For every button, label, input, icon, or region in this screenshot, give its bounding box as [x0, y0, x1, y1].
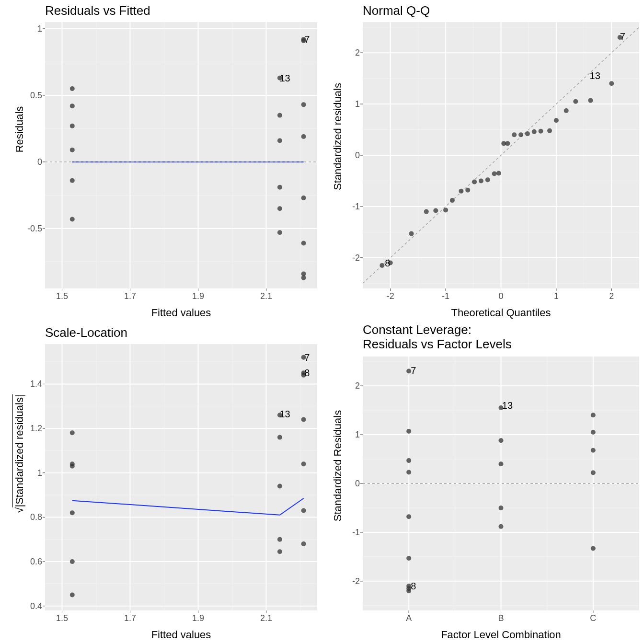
svg-point-92 [573, 99, 578, 104]
svg-point-89 [547, 128, 552, 133]
svg-point-26 [277, 185, 282, 190]
svg-point-73 [443, 207, 448, 212]
y-tick-label: 0 [25, 157, 42, 167]
y-axis-label: Standardized Residuals [332, 380, 344, 552]
svg-point-136 [277, 549, 282, 554]
panel-constant-leverage: Constant Leverage: Residuals vs Factor L… [322, 322, 644, 644]
svg-point-140 [301, 417, 306, 422]
svg-point-178 [406, 556, 411, 561]
svg-point-175 [406, 458, 411, 463]
chart-title: Residuals vs Fitted [45, 4, 150, 18]
svg-point-190 [591, 448, 596, 453]
x-axis-label: Theoretical Quantiles [363, 307, 639, 319]
svg-point-141 [301, 461, 306, 466]
y-tick-label: 0.5 [25, 90, 42, 100]
svg-point-21 [70, 178, 75, 183]
x-tick-label: 1 [554, 291, 559, 301]
y-tick-label: 0 [343, 150, 360, 161]
x-tick-label: 1.9 [192, 613, 204, 623]
svg-point-76 [465, 188, 470, 193]
svg-point-93 [588, 98, 593, 103]
svg-point-18 [70, 104, 75, 108]
svg-point-133 [277, 435, 282, 440]
svg-point-85 [518, 132, 523, 137]
svg-point-28 [277, 230, 282, 235]
svg-point-25 [277, 138, 282, 143]
x-tick-label: 1.5 [56, 291, 68, 301]
svg-point-128 [70, 464, 75, 469]
svg-point-20 [70, 148, 75, 152]
point-annotation: 7 [620, 31, 625, 42]
svg-point-31 [301, 102, 306, 107]
panel-normal-qq: Normal Q-Q-2-1012-2-1012Theoretical Quan… [322, 0, 644, 322]
y-tick-label: 0 [343, 479, 360, 489]
y-tick-label: 1.4 [25, 379, 42, 389]
plot-svg [45, 344, 317, 610]
svg-point-94 [609, 81, 614, 86]
panel-scale-location: Scale-Location1.51.71.92.10.40.60.811.21… [0, 322, 322, 644]
point-annotation: 13 [590, 70, 600, 81]
point-annotation: 8 [411, 581, 416, 592]
svg-point-177 [406, 514, 411, 519]
svg-point-74 [450, 198, 455, 203]
x-tick-label: B [498, 613, 504, 623]
svg-point-72 [433, 208, 438, 213]
svg-point-86 [525, 131, 530, 136]
svg-point-78 [479, 178, 483, 183]
svg-point-27 [277, 206, 282, 211]
y-axis-label: Residuals [13, 58, 26, 201]
svg-point-188 [591, 413, 596, 417]
x-tick-label: 1.9 [192, 291, 204, 301]
plot-area [45, 22, 317, 288]
svg-point-22 [70, 217, 75, 221]
svg-point-187 [591, 546, 596, 551]
y-tick-label: -0.5 [25, 223, 42, 233]
point-annotation: 7 [304, 352, 310, 363]
plot-area [363, 356, 639, 610]
svg-point-87 [532, 129, 537, 134]
plot-area [45, 344, 317, 610]
svg-point-68 [380, 263, 384, 268]
x-tick-label: 2 [609, 291, 614, 301]
x-tick-label: 2.1 [260, 613, 272, 623]
plot-svg [363, 356, 639, 610]
svg-point-71 [424, 209, 429, 214]
x-tick-label: C [590, 613, 596, 623]
x-tick-label: 1.7 [124, 291, 136, 301]
y-axis-label: Standardized residuals [332, 53, 344, 220]
svg-point-174 [406, 429, 411, 434]
y-tick-label: 1 [343, 99, 360, 109]
svg-point-88 [539, 129, 543, 134]
x-tick-label: 1.7 [124, 613, 136, 623]
diagnostic-plots-grid: Residuals vs Fitted1.51.71.92.1-0.500.51… [0, 0, 644, 644]
svg-point-176 [406, 470, 411, 475]
y-tick-label: -2 [343, 253, 360, 263]
x-tick-label: A [406, 613, 412, 623]
chart-title: Scale-Location [45, 326, 127, 340]
svg-point-184 [499, 461, 504, 466]
y-tick-label: -1 [343, 201, 360, 211]
svg-point-33 [301, 196, 306, 200]
svg-point-142 [301, 508, 306, 513]
x-axis-label: Factor Level Combination [363, 629, 639, 641]
y-tick-label: 1.2 [25, 424, 42, 434]
point-annotation: 8 [385, 257, 390, 268]
svg-point-24 [277, 113, 282, 118]
x-tick-label: 1.5 [56, 613, 68, 623]
x-tick-label: -1 [442, 291, 449, 301]
svg-point-79 [485, 177, 490, 182]
chart-title: Constant Leverage: Residuals vs Factor L… [363, 323, 512, 352]
x-tick-label: 0 [498, 291, 503, 301]
point-annotation: 13 [279, 408, 290, 419]
svg-point-75 [459, 189, 463, 194]
svg-point-81 [496, 171, 501, 175]
svg-point-83 [505, 141, 510, 146]
svg-point-84 [512, 132, 517, 137]
svg-point-77 [472, 180, 477, 184]
svg-point-186 [499, 524, 504, 529]
svg-point-135 [277, 537, 282, 542]
svg-point-32 [301, 134, 306, 139]
svg-point-185 [499, 506, 504, 510]
point-annotation: 13 [279, 72, 290, 83]
point-annotation: 13 [502, 400, 513, 411]
